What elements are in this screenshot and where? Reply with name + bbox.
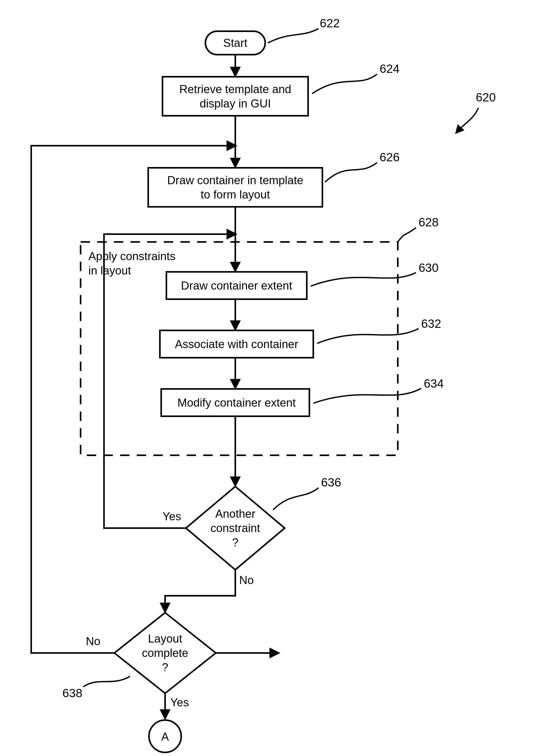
ref-draw-extent: 630 (419, 261, 439, 275)
ref-layout: 638 (63, 686, 82, 700)
layout-l1: Layout (148, 632, 182, 645)
draw-extent-label: Draw container extent (181, 279, 292, 292)
another-no: No (239, 574, 254, 586)
ref-fig: 620 (476, 91, 496, 104)
layout-l2: complete (142, 647, 189, 659)
connector-a: A (161, 730, 169, 743)
ref-retrieve: 624 (380, 62, 400, 76)
ref-start: 622 (320, 16, 340, 30)
ref-constraints: 628 (419, 215, 439, 229)
flowchart: 620 Start 622 Retrieve template and disp… (0, 0, 540, 756)
ref-associate: 632 (421, 317, 441, 330)
constraints-l1: Apply constraints (88, 250, 176, 263)
another-l1: Another (215, 507, 255, 520)
retrieve-l2: display in GUI (200, 97, 271, 110)
ref-draw-container: 626 (380, 150, 400, 164)
draw-container-l1: Draw container in template (167, 174, 303, 187)
start-label: Start (223, 36, 247, 49)
another-yes: Yes (163, 510, 181, 523)
another-l2: constraint (210, 522, 260, 534)
layout-no: No (86, 635, 100, 648)
ref-another: 636 (321, 475, 341, 489)
another-l3: ? (232, 536, 238, 549)
retrieve-l1: Retrieve template and (180, 83, 291, 95)
draw-container-l2: to form layout (201, 188, 270, 201)
associate-label: Associate with container (175, 338, 298, 350)
layout-l3: ? (162, 661, 168, 673)
layout-yes: Yes (170, 696, 189, 709)
ref-modify-extent: 634 (424, 377, 444, 390)
constraints-l2: in layout (88, 264, 131, 277)
modify-extent-label: Modify container extent (178, 396, 296, 409)
